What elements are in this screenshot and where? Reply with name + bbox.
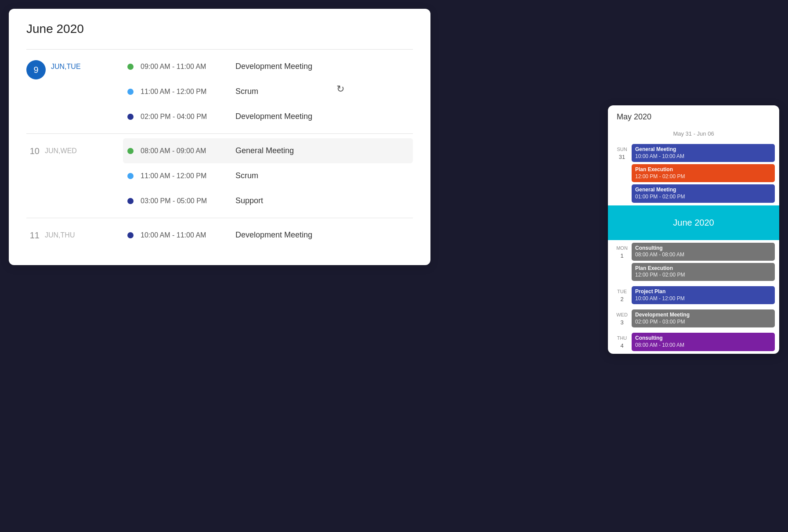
- evt-time: 12:00 PM - 02:00 PM: [635, 173, 771, 180]
- evt-time: 10:00 AM - 12:00 PM: [635, 295, 771, 302]
- event-time: 11:00 AM - 12:00 PM: [141, 88, 228, 96]
- event-name: Development Meeting: [235, 112, 312, 121]
- mini-event-item[interactable]: General Meeting 01:00 PM - 02:00 PM: [632, 184, 775, 202]
- mini-day-col-4: THU 4: [612, 333, 632, 351]
- mini-events-3: Development Meeting 02:00 PM - 03:00 PM: [632, 309, 775, 327]
- evt-title: General Meeting: [635, 187, 771, 194]
- event-name: Scrum: [235, 171, 258, 180]
- day-label-11: JUN,THU: [45, 229, 75, 239]
- mini-events-1: Consulting 08:00 AM - 08:00 AM Plan Exec…: [632, 243, 775, 281]
- thu-label: THU: [617, 334, 627, 342]
- evt-time: 01:00 PM - 02:00 PM: [635, 194, 771, 201]
- evt-time: 08:00 AM - 08:00 AM: [635, 252, 771, 259]
- day-label-9: JUN,TUE: [51, 60, 81, 71]
- mini-day-row-4: THU 4 Consulting 08:00 AM - 10:00 AM: [608, 330, 779, 353]
- events-col-10: 08:00 AM - 09:00 AM General Meeting 11:0…: [123, 138, 413, 213]
- mini-day-col-31: SUN 31: [612, 144, 632, 203]
- event-row[interactable]: 10:00 AM - 11:00 AM Development Meeting: [123, 223, 413, 248]
- event-time: 11:00 AM - 12:00 PM: [141, 172, 228, 180]
- tue-label: TUE: [617, 287, 627, 296]
- event-name: Development Meeting: [235, 62, 312, 71]
- evt-time: 02:00 PM - 03:00 PM: [635, 319, 771, 326]
- day-block-9: 9 JUN,TUE 09:00 AM - 11:00 AM Developmen…: [26, 49, 413, 133]
- mini-events-31: General Meeting 10:00 AM - 10:00 AM Plan…: [632, 144, 775, 203]
- mini-event-item[interactable]: General Meeting 10:00 AM - 10:00 AM: [632, 144, 775, 162]
- evt-time: 10:00 AM - 10:00 AM: [635, 153, 771, 160]
- wed-label: WED: [616, 310, 628, 319]
- sun-number: 31: [619, 154, 625, 162]
- mini-event-item[interactable]: Consulting 08:00 AM - 08:00 AM: [632, 243, 775, 261]
- day-header-10: 10 JUN,WED: [26, 138, 123, 213]
- week-range: May 31 - Jun 06: [608, 129, 779, 141]
- event-name: Scrum: [235, 87, 258, 96]
- day-header-11: 11 JUN,THU: [26, 223, 123, 248]
- day-header-9: 9 JUN,TUE: [26, 54, 123, 129]
- event-name: Support: [235, 196, 263, 205]
- day-number-11: 11: [26, 229, 40, 241]
- evt-title: General Meeting: [635, 146, 771, 153]
- evt-title: Consulting: [635, 245, 771, 252]
- wed-number: 3: [620, 319, 623, 327]
- thu-number: 4: [620, 342, 623, 351]
- dot-darkblue: [127, 232, 134, 238]
- mini-day-col-3: WED 3: [612, 309, 632, 327]
- tue-number: 2: [620, 296, 623, 304]
- main-calendar-panel: June 2020 9 JUN,TUE 09:00 AM - 11:00 AM …: [9, 9, 430, 265]
- event-name: General Meeting: [235, 146, 294, 155]
- mini-events-4: Consulting 08:00 AM - 10:00 AM: [632, 333, 775, 351]
- june-banner: June 2020: [608, 205, 779, 240]
- event-time: 03:00 PM - 05:00 PM: [141, 197, 228, 205]
- day-block-11: 11 JUN,THU 10:00 AM - 11:00 AM Developme…: [26, 218, 413, 252]
- mini-day-row-2: TUE 2 Project Plan 10:00 AM - 12:00 PM: [608, 284, 779, 307]
- event-row[interactable]: 03:00 PM - 05:00 PM Support: [123, 188, 413, 213]
- mini-panel-title: May 2020: [608, 105, 779, 129]
- mini-events-2: Project Plan 10:00 AM - 12:00 PM: [632, 286, 775, 304]
- events-col-11: 10:00 AM - 11:00 AM Development Meeting: [123, 223, 413, 248]
- event-row-highlighted[interactable]: 08:00 AM - 09:00 AM General Meeting: [123, 138, 413, 163]
- evt-title: Project Plan: [635, 288, 771, 295]
- event-row[interactable]: 09:00 AM - 11:00 AM Development Meeting: [123, 54, 413, 79]
- mini-event-item[interactable]: Development Meeting 02:00 PM - 03:00 PM: [632, 309, 775, 327]
- evt-title: Consulting: [635, 335, 771, 342]
- event-row[interactable]: 02:00 PM - 04:00 PM Development Meeting: [123, 104, 413, 129]
- event-name: Development Meeting: [235, 230, 312, 240]
- mini-event-item[interactable]: Project Plan 10:00 AM - 12:00 PM: [632, 286, 775, 304]
- events-col-9: 09:00 AM - 11:00 AM Development Meeting …: [123, 54, 413, 129]
- mini-event-item[interactable]: Plan Execution 12:00 PM - 02:00 PM: [632, 263, 775, 281]
- mon-number: 1: [620, 252, 623, 261]
- dot-green: [127, 64, 134, 70]
- mini-day-row-1: MON 1 Consulting 08:00 AM - 08:00 AM Pla…: [608, 240, 779, 284]
- evt-title: Development Meeting: [635, 312, 771, 319]
- event-row[interactable]: 11:00 AM - 12:00 PM Scrum: [123, 79, 413, 104]
- event-row[interactable]: 11:00 AM - 12:00 PM Scrum: [123, 163, 413, 188]
- mini-event-item[interactable]: Consulting 08:00 AM - 10:00 AM: [632, 333, 775, 351]
- dot-blue: [127, 173, 134, 179]
- day-block-10: 10 JUN,WED 08:00 AM - 09:00 AM General M…: [26, 133, 413, 218]
- dot-darkblue: [127, 198, 134, 204]
- day-number-10: 10: [26, 144, 40, 156]
- day-number-circle-9: 9: [26, 60, 46, 79]
- dot-blue: [127, 89, 134, 95]
- evt-title: Plan Execution: [635, 166, 771, 173]
- dot-darkblue: [127, 114, 134, 120]
- mini-event-item[interactable]: Plan Execution 12:00 PM - 02:00 PM: [632, 164, 775, 182]
- mini-day-col-1: MON 1: [612, 243, 632, 281]
- main-title: June 2020: [26, 22, 413, 36]
- event-time: 10:00 AM - 11:00 AM: [141, 231, 228, 239]
- refresh-icon[interactable]: ↻: [336, 83, 344, 95]
- evt-time: 08:00 AM - 10:00 AM: [635, 342, 771, 349]
- mini-day-row-3: WED 3 Development Meeting 02:00 PM - 03:…: [608, 307, 779, 330]
- event-time: 09:00 AM - 11:00 AM: [141, 63, 228, 71]
- event-time: 08:00 AM - 09:00 AM: [141, 147, 228, 155]
- evt-time: 12:00 PM - 02:00 PM: [635, 272, 771, 279]
- sun-label: SUN: [617, 145, 627, 154]
- evt-title: Plan Execution: [635, 265, 771, 272]
- mon-label: MON: [616, 244, 628, 252]
- mini-calendar-panel: May 2020 May 31 - Jun 06 SUN 31 General …: [608, 105, 779, 354]
- event-time: 02:00 PM - 04:00 PM: [141, 113, 228, 121]
- dot-green: [127, 148, 134, 154]
- day-label-10: JUN,WED: [45, 144, 77, 155]
- mini-day-row-31: SUN 31 General Meeting 10:00 AM - 10:00 …: [608, 141, 779, 205]
- mini-day-col-2: TUE 2: [612, 286, 632, 304]
